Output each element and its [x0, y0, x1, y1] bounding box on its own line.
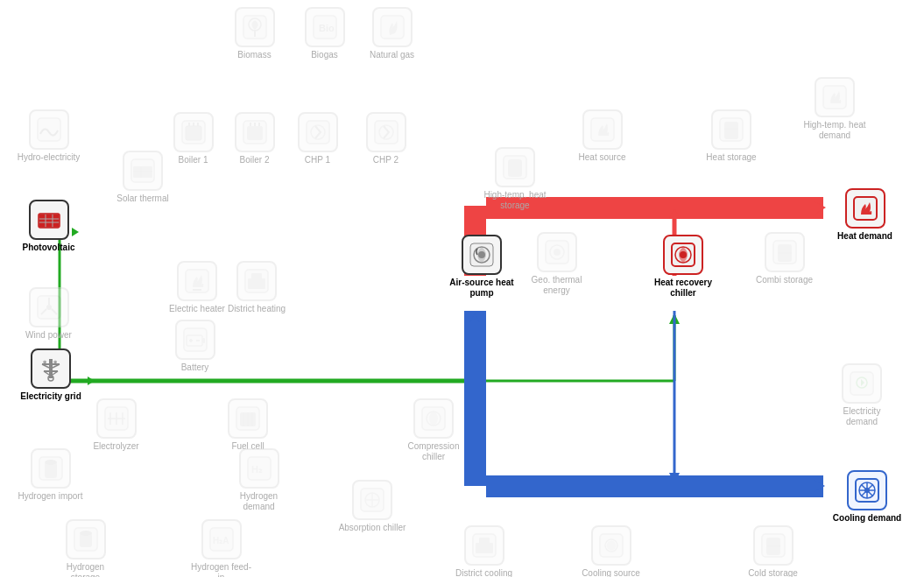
- svg-rect-17: [486, 475, 823, 497]
- svg-marker-3: [88, 376, 95, 385]
- node-wind-power[interactable]: Wind power: [16, 287, 81, 341]
- chp2-icon: [366, 112, 406, 152]
- node-geo-thermal[interactable]: Geo. thermal energy: [524, 232, 589, 296]
- svg-rect-20: [39, 214, 60, 228]
- photovoltaic-label: Photovoltaic: [22, 243, 74, 253]
- heat-source-label: Heat source: [579, 152, 626, 163]
- svg-point-137: [80, 531, 92, 536]
- heat-storage-icon: [711, 109, 751, 150]
- svg-marker-15: [669, 473, 680, 484]
- district-heating-icon: [236, 261, 277, 301]
- hydrogen-import-icon: [31, 448, 71, 489]
- hydro-icon: [29, 109, 69, 150]
- node-heat-storage[interactable]: Heat storage: [701, 109, 762, 163]
- combi-storage-label: Combi storage: [756, 275, 813, 285]
- node-district-cooling[interactable]: District cooling: [451, 525, 517, 577]
- node-heat-recovery-chiller[interactable]: Heat recovery chiller: [648, 235, 718, 299]
- cooling-source-label: Cooling source: [582, 568, 640, 577]
- node-photovoltaic[interactable]: Photovoltaic: [16, 200, 81, 253]
- heat-demand-icon: [845, 188, 885, 229]
- node-absorption-chiller[interactable]: Absorption chiller: [337, 480, 407, 533]
- absorption-chiller-label: Absorption chiller: [339, 523, 406, 533]
- node-compression-chiller[interactable]: Compression chiller: [399, 398, 469, 462]
- electric-heater-label: Electric heater: [169, 304, 225, 314]
- boiler1-icon: [173, 112, 214, 152]
- node-electricity-demand[interactable]: Electricity demand: [827, 363, 897, 427]
- node-chp1[interactable]: CHP 1: [289, 112, 346, 165]
- node-hydrogen-demand[interactable]: H₂ Hydrogen demand: [226, 448, 292, 512]
- node-high-temp-heat-storage[interactable]: High-temp. heat storage: [476, 147, 554, 211]
- high-temp-heat-demand-icon: [815, 77, 855, 117]
- node-air-source-heat-pump[interactable]: Air-source heat pump: [447, 235, 517, 299]
- heat-recovery-chiller-label: Heat recovery chiller: [648, 278, 718, 299]
- svg-point-41: [680, 251, 687, 258]
- svg-marker-11: [815, 201, 826, 215]
- absorption-chiller-icon: [352, 480, 392, 520]
- node-combi-storage[interactable]: Combi storage: [751, 232, 817, 285]
- wind-icon: [29, 287, 69, 327]
- compression-chiller-label: Compression chiller: [399, 441, 469, 462]
- hydrogen-storage-icon: [66, 519, 106, 559]
- node-cold-storage[interactable]: Cold storage: [740, 525, 806, 577]
- svg-rect-91: [251, 273, 262, 280]
- boiler2-label: Boiler 2: [240, 155, 270, 165]
- geo-thermal-icon: [537, 232, 577, 272]
- heat-recovery-chiller-icon: [663, 235, 703, 275]
- chp1-label: CHP 1: [305, 155, 330, 165]
- hydrogen-feedin-label: Hydrogen feed-in: [188, 562, 254, 577]
- combi-storage-icon: [765, 232, 805, 272]
- hydrogen-demand-icon: H₂: [239, 448, 279, 489]
- high-temp-heat-demand-label: High-temp. heat demand: [795, 120, 874, 141]
- svg-rect-94: [202, 338, 205, 343]
- node-heat-source[interactable]: Heat source: [569, 109, 635, 163]
- solar-thermal-label: Solar thermal: [116, 194, 168, 204]
- district-heating-label: District heating: [228, 304, 286, 314]
- battery-label: Battery: [181, 362, 209, 373]
- heat-storage-label: Heat storage: [706, 152, 756, 163]
- node-district-heating[interactable]: District heating: [226, 261, 287, 314]
- geo-thermal-label: Geo. thermal energy: [524, 275, 589, 296]
- compression-chiller-icon: [413, 398, 454, 439]
- node-hydrogen-feedin[interactable]: H₂A Hydrogen feed-in: [188, 519, 254, 577]
- node-boiler2[interactable]: Boiler 2: [226, 112, 283, 165]
- electric-heater-icon: [177, 261, 217, 301]
- air-source-heat-pump-label: Air-source heat pump: [447, 278, 517, 299]
- svg-rect-82: [724, 122, 738, 139]
- node-biomass[interactable]: Biomass: [226, 7, 283, 60]
- high-temp-heat-storage-label: High-temp. heat storage: [476, 190, 554, 211]
- cold-storage-label: Cold storage: [748, 568, 798, 577]
- node-hydrogen-storage[interactable]: Hydrogen storage: [53, 519, 118, 577]
- node-electrolyzer[interactable]: Electrolyzer: [83, 398, 149, 452]
- hydro-label: Hydro-electricity: [18, 152, 81, 163]
- node-cooling-source[interactable]: Cooling source: [578, 525, 644, 577]
- biogas-icon: Bio: [305, 7, 345, 47]
- node-biogas[interactable]: Bio Biogas: [296, 7, 353, 60]
- hydrogen-import-label: Hydrogen import: [18, 491, 83, 502]
- district-cooling-label: District cooling: [455, 568, 512, 577]
- svg-text:⊕: ⊕: [43, 359, 46, 364]
- node-chp2[interactable]: CHP 2: [357, 112, 414, 165]
- electricity-grid-label: Electricity grid: [20, 391, 81, 402]
- node-cooling-demand[interactable]: Cooling demand: [832, 470, 902, 524]
- hydrogen-demand-label: Hydrogen demand: [226, 491, 292, 512]
- node-hydro[interactable]: Hydro-electricity: [16, 109, 81, 163]
- photovoltaic-icon: [29, 200, 69, 240]
- boiler2-icon: [235, 112, 275, 152]
- cooling-source-icon: [591, 525, 631, 566]
- biomass-label: Biomass: [237, 50, 271, 60]
- cooling-demand-label: Cooling demand: [833, 513, 901, 524]
- svg-text:⊕: ⊕: [53, 359, 57, 364]
- cooling-demand-icon: [847, 470, 887, 510]
- heat-source-icon: [582, 109, 623, 150]
- node-electric-heater[interactable]: Electric heater: [166, 261, 228, 314]
- node-heat-demand[interactable]: Heat demand: [832, 188, 898, 242]
- solar-thermal-icon: [123, 151, 163, 191]
- node-electricity-grid[interactable]: ⊕ ⊕ Electricity grid: [16, 348, 86, 402]
- node-natural-gas[interactable]: Natural gas: [359, 7, 425, 60]
- node-battery[interactable]: Battery: [166, 320, 223, 373]
- node-high-temp-heat-demand[interactable]: High-temp. heat demand: [795, 77, 874, 141]
- heat-demand-label: Heat demand: [837, 231, 892, 242]
- node-hydrogen-import[interactable]: Hydrogen import: [18, 448, 83, 502]
- node-fuel-cell[interactable]: Fuel cell: [217, 398, 279, 452]
- node-solar-thermal[interactable]: Solar thermal: [112, 151, 173, 204]
